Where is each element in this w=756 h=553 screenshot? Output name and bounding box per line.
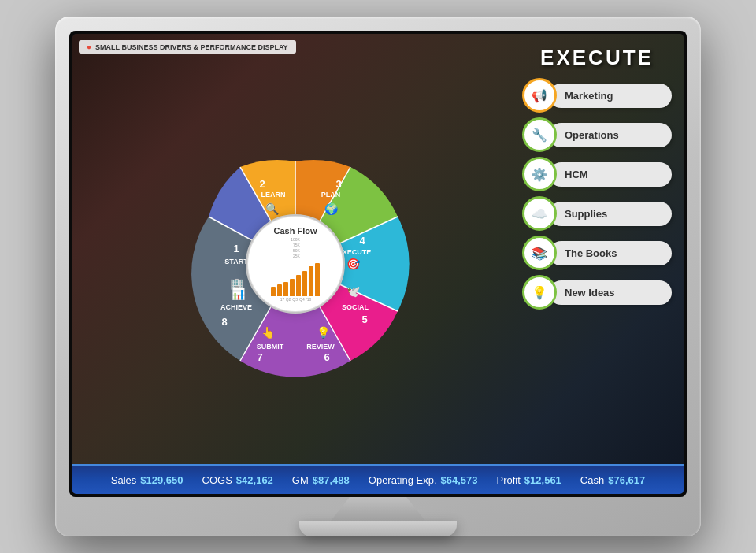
supplies-label: Supplies: [549, 202, 672, 226]
monitor-outer: ● SMALL BUSINESS DRIVERS & PERFORMANCE D…: [55, 17, 701, 536]
bar-6: [302, 271, 307, 296]
bar-1: [271, 287, 276, 296]
sales-label: Sales: [111, 474, 137, 486]
number-start: 1: [233, 243, 239, 254]
icon-learn: 🔍: [265, 202, 280, 216]
title-bar: ● SMALL BUSINESS DRIVERS & PERFORMANCE D…: [79, 40, 296, 54]
opex-value: $64,573: [441, 474, 478, 486]
supplies-icon: ☁️: [532, 206, 547, 221]
stat-cash: Cash $76,617: [571, 474, 654, 486]
operations-icon: 🔧: [532, 128, 547, 143]
cogs-value: $42,162: [236, 474, 273, 486]
monitor-screen-border: ● SMALL BUSINESS DRIVERS & PERFORMANCE D…: [69, 31, 687, 497]
sidebar-item-new-ideas[interactable]: 💡 New Ideas: [522, 275, 672, 310]
stat-profit: Profit $12,561: [487, 474, 571, 486]
books-label: The Books: [549, 241, 672, 265]
icon-execute: 🎯: [346, 258, 361, 271]
mini-bar-chart: [271, 263, 320, 296]
cash-label: Cash: [580, 474, 604, 486]
number-execute: 4: [359, 235, 365, 247]
label-social: SOCIAL: [342, 303, 369, 311]
label-review: REVIEW: [306, 343, 335, 351]
bar-7: [309, 266, 313, 296]
stats-bar: Sales $129,650 COGS $42,162 GM $87,488 O…: [72, 464, 684, 494]
chart-title: Cash Flow: [273, 226, 317, 236]
stat-gm: GM $87,488: [283, 474, 359, 486]
number-learn: 2: [259, 178, 265, 190]
monitor-screen: ● SMALL BUSINESS DRIVERS & PERFORMANCE D…: [72, 34, 684, 494]
bar-4: [290, 279, 295, 296]
screen-content: START 1 LEARN 2 PLAN 3 EXECUTE 4: [72, 34, 684, 494]
marketing-icon-circle: 📢: [522, 78, 557, 113]
stat-opex: Operating Exp. $64,573: [359, 474, 487, 486]
books-icon: 📚: [532, 246, 547, 261]
marketing-icon: 📢: [532, 88, 547, 103]
icon-submit: 👆: [261, 326, 276, 340]
sidebar-item-the-books[interactable]: 📚 The Books: [522, 236, 672, 270]
hcm-icon-circle: ⚙️: [522, 157, 557, 191]
bar-8: [315, 263, 320, 296]
marketing-label: Marketing: [549, 84, 672, 108]
supplies-icon-circle: ☁️: [522, 196, 557, 231]
bar-5: [296, 275, 301, 296]
right-sidebar: EXECUTE 📢 Marketing 🔧 Operations: [518, 34, 684, 494]
hcm-icon: ⚙️: [532, 167, 547, 182]
icon-social: 🕊️: [346, 285, 361, 299]
execute-title: EXECUTE: [522, 46, 672, 70]
stat-cogs: COGS $42,162: [193, 474, 283, 486]
number-achieve: 8: [221, 316, 227, 328]
bar-3: [284, 282, 288, 296]
icon-review: 💡: [317, 326, 331, 340]
books-icon-circle: 📚: [522, 236, 557, 270]
label-submit: SUBMIT: [257, 343, 284, 351]
sidebar-item-supplies[interactable]: ☁️ Supplies: [522, 196, 672, 231]
chart-y-labels: 100K 75K 50K 25K: [291, 237, 300, 259]
number-submit: 7: [257, 351, 262, 363]
operations-label: Operations: [549, 123, 672, 147]
cash-value: $76,617: [608, 474, 645, 486]
sales-value: $129,650: [140, 474, 183, 486]
bar-2: [277, 284, 282, 296]
gm-label: GM: [292, 474, 309, 486]
icon-achieve: 📊: [232, 288, 246, 301]
app-title: SMALL BUSINESS DRIVERS & PERFORMANCE DIS…: [95, 43, 288, 51]
chart-x-labels: '17 Q2Q3Q4'18: [280, 297, 311, 302]
stat-sales: Sales $129,650: [102, 474, 193, 486]
monitor-base: [299, 521, 457, 536]
profit-value: $12,561: [524, 474, 561, 486]
hcm-label: HCM: [549, 162, 672, 187]
new-ideas-label: New Ideas: [549, 280, 672, 305]
label-learn: LEARN: [261, 191, 286, 199]
monitor-stand: [331, 497, 425, 521]
number-review: 6: [324, 351, 329, 363]
gm-value: $87,488: [313, 474, 350, 486]
sidebar-item-hcm[interactable]: ⚙️ HCM: [522, 157, 672, 191]
number-social: 5: [361, 314, 367, 325]
new-ideas-icon: 💡: [532, 285, 547, 300]
label-achieve: ACHIEVE: [220, 303, 252, 311]
sidebar-item-marketing[interactable]: 📢 Marketing: [522, 78, 672, 113]
wheel-container: START 1 LEARN 2 PLAN 3 EXECUTE 4: [161, 130, 429, 398]
operations-icon-circle: 🔧: [522, 117, 557, 152]
new-ideas-icon-circle: 💡: [522, 275, 557, 310]
profit-label: Profit: [497, 474, 521, 486]
sidebar-item-operations[interactable]: 🔧 Operations: [522, 117, 672, 152]
label-plan: PLAN: [321, 191, 341, 199]
icon-plan: 🌍: [324, 202, 339, 216]
opex-label: Operating Exp.: [369, 474, 437, 486]
number-plan: 3: [335, 178, 341, 190]
wheel-area: START 1 LEARN 2 PLAN 3 EXECUTE 4: [72, 34, 518, 494]
cogs-label: COGS: [202, 474, 232, 486]
label-start: START: [224, 258, 248, 265]
center-circle: Cash Flow 100K 75K 50K 25K: [248, 217, 343, 311]
